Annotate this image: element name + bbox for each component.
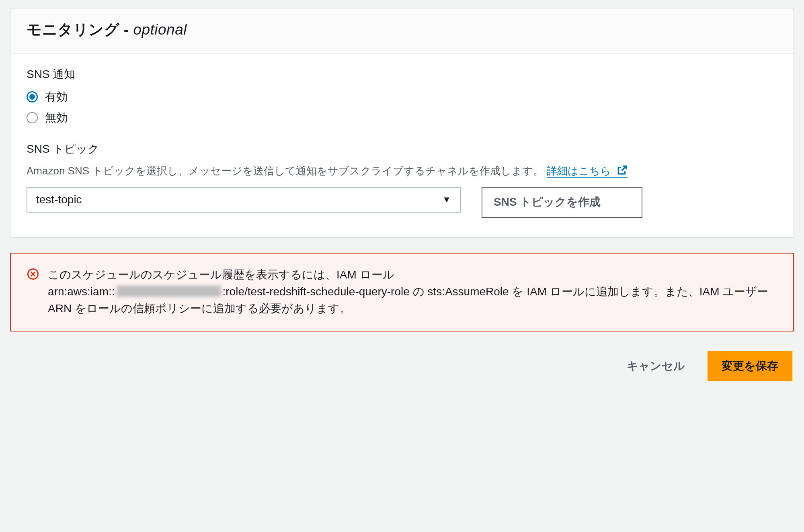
learn-more-text: 詳細はこちら: [547, 165, 611, 177]
radio-icon: [27, 112, 38, 123]
sns-topic-label: SNS トピック: [27, 141, 777, 157]
radio-enabled[interactable]: 有効: [27, 89, 777, 104]
alert-arn-prefix: arn:aws:iam::: [48, 285, 115, 298]
panel-title-sep: -: [119, 21, 133, 38]
sns-topic-controls: test-topic ▼ SNS トピックを作成: [27, 187, 777, 218]
alert-arn-suffix: :role/test-redshift-schedule-query-role: [223, 285, 410, 298]
cancel-button[interactable]: キャンセル: [619, 351, 693, 381]
radio-enabled-label: 有効: [45, 89, 68, 104]
alert-arn-redacted: [117, 286, 221, 297]
create-sns-topic-label: SNS トピックを作成: [494, 196, 601, 208]
caret-down-icon: ▼: [442, 194, 451, 205]
panel-title-main: モニタリング: [27, 21, 119, 38]
learn-more-link[interactable]: 詳細はこちら: [547, 165, 628, 178]
sns-topic-select[interactable]: test-topic ▼: [27, 187, 461, 213]
radio-disabled-label: 無効: [45, 110, 68, 125]
panel-header: モニタリング - optional: [10, 8, 794, 54]
error-alert: このスケジュールのスケジュール履歴を表示するには、IAM ロール arn:aws…: [10, 253, 794, 331]
alert-line1: このスケジュールのスケジュール履歴を表示するには、IAM ロール: [48, 268, 394, 281]
footer-actions: キャンセル 変更を保存: [10, 351, 794, 381]
sns-topic-description: Amazon SNS トピックを選択し、メッセージを送信して通知をサブスクライブ…: [27, 165, 544, 177]
external-link-icon: [617, 165, 628, 178]
sns-notify-label: SNS 通知: [27, 67, 777, 82]
radio-disabled[interactable]: 無効: [27, 110, 777, 125]
sns-topic-selected-value: test-topic: [36, 193, 82, 206]
save-label: 変更を保存: [722, 360, 778, 372]
cancel-label: キャンセル: [627, 360, 685, 372]
error-icon: [27, 268, 39, 282]
radio-icon: [27, 91, 38, 102]
panel-title: モニタリング - optional: [27, 20, 777, 40]
create-sns-topic-button[interactable]: SNS トピックを作成: [482, 187, 642, 218]
panel-title-optional: optional: [133, 21, 187, 38]
monitoring-panel: モニタリング - optional SNS 通知 有効 無効 SNS トピック …: [10, 8, 794, 237]
sns-topic-description-row: Amazon SNS トピックを選択し、メッセージを送信して通知をサブスクライブ…: [27, 164, 777, 178]
save-button[interactable]: 変更を保存: [708, 351, 792, 381]
alert-text: このスケジュールのスケジュール履歴を表示するには、IAM ロール arn:aws…: [48, 266, 777, 317]
panel-body: SNS 通知 有効 無効 SNS トピック Amazon SNS トピックを選択…: [10, 54, 794, 237]
sns-notify-radio-group: 有効 無効: [27, 89, 777, 125]
